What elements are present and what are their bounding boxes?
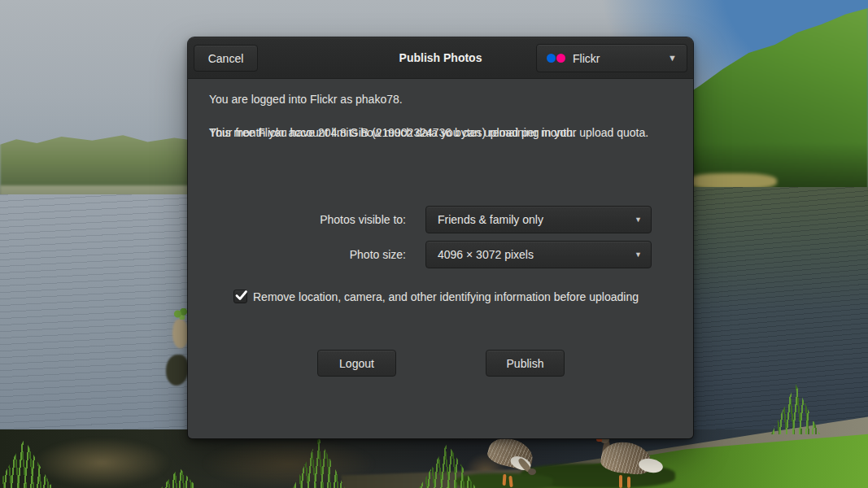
chevron-down-icon: ▼ bbox=[635, 251, 642, 259]
visibility-label: Photos visible to: bbox=[188, 213, 406, 226]
login-status-text: You are logged into Flickr as phako78. bbox=[209, 91, 403, 108]
flickr-logo-pink-dot-icon bbox=[556, 54, 565, 63]
privacy-checkbox[interactable] bbox=[233, 290, 247, 303]
privacy-option-row: Remove location, camera, and other ident… bbox=[233, 290, 639, 303]
desktop-background: Cancel Publish Photos Flickr ▼ You are l… bbox=[0, 0, 868, 488]
chevron-down-icon: ▼ bbox=[635, 216, 642, 224]
logout-button[interactable]: Logout bbox=[317, 350, 396, 377]
shore-rock bbox=[172, 319, 189, 348]
dialog-body: You are logged into Flickr as phako78. Y… bbox=[188, 80, 693, 438]
publish-button[interactable]: Publish bbox=[486, 350, 565, 377]
privacy-label[interactable]: Remove location, camera, and other ident… bbox=[253, 290, 639, 303]
photo-size-row: Photo size: 4096 × 3072 pixels ▼ bbox=[188, 241, 693, 268]
goose bbox=[486, 436, 543, 488]
photo-size-value: 4096 × 3072 pixels bbox=[438, 248, 534, 261]
quota-info-line-2: This month you have 204.8 GiB (219902324… bbox=[209, 124, 648, 142]
photo-size-label: Photo size: bbox=[188, 248, 406, 261]
photo-size-dropdown[interactable]: 4096 × 3072 pixels ▼ bbox=[425, 241, 652, 268]
flickr-account-button[interactable]: Flickr ▼ bbox=[536, 44, 687, 72]
checkmark-icon bbox=[233, 288, 249, 303]
publish-dialog: Cancel Publish Photos Flickr ▼ You are l… bbox=[188, 37, 693, 438]
flickr-logo-blue-dot-icon bbox=[547, 54, 556, 63]
dialog-header: Cancel Publish Photos Flickr ▼ bbox=[188, 37, 693, 79]
water-reflection bbox=[33, 438, 171, 488]
visibility-row: Photos visible to: Friends & family only… bbox=[188, 206, 693, 233]
flickr-account-label: Flickr bbox=[573, 52, 600, 65]
visibility-dropdown[interactable]: Friends & family only ▼ bbox=[425, 206, 652, 233]
visibility-value: Friends & family only bbox=[438, 213, 543, 226]
goose bbox=[591, 436, 669, 488]
chevron-down-icon: ▼ bbox=[668, 54, 677, 63]
leaves bbox=[173, 308, 188, 320]
lake-water-right bbox=[682, 187, 868, 460]
